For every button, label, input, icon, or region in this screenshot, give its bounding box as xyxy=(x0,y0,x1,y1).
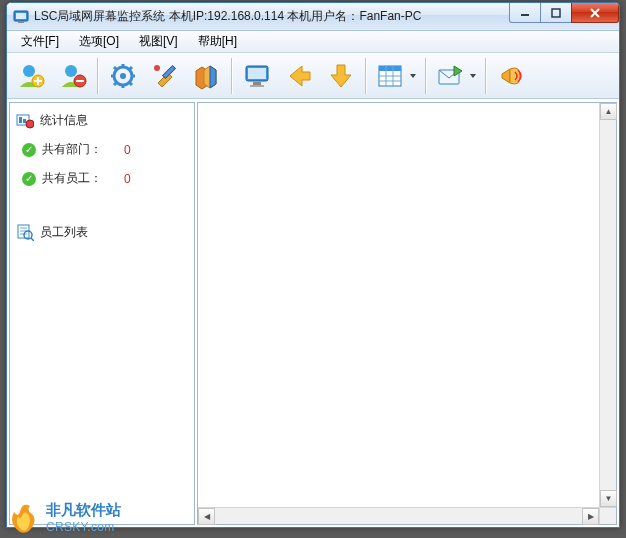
stat-dept-value: 0 xyxy=(124,143,131,157)
sidebar: 统计信息 ✓ 共有部门： 0 ✓ 共有员工： 0 xyxy=(9,102,195,525)
svg-rect-15 xyxy=(253,82,261,85)
content-area: 统计信息 ✓ 共有部门： 0 ✓ 共有员工： 0 xyxy=(7,99,619,527)
stat-dept-label: 共有部门： xyxy=(42,141,102,158)
horizontal-scrollbar[interactable]: ◀ ▶ xyxy=(198,507,599,524)
toolbar-separator xyxy=(231,58,233,94)
menu-options[interactable]: 选项[O] xyxy=(69,31,129,52)
window-title: LSC局域网屏幕监控系统 本机IP:192.168.0.114 本机用户名：Fa… xyxy=(34,8,421,25)
scroll-up-button[interactable]: ▲ xyxy=(600,103,617,120)
monitor-button[interactable] xyxy=(237,56,277,96)
menu-view[interactable]: 视图[V] xyxy=(129,31,188,52)
svg-rect-3 xyxy=(521,14,529,16)
announce-button[interactable] xyxy=(491,56,531,96)
settings-button[interactable] xyxy=(103,56,143,96)
stats-heading: 统计信息 xyxy=(16,107,188,135)
toolbar-separator xyxy=(365,58,367,94)
stat-emp-label: 共有员工： xyxy=(42,170,102,187)
tools-button[interactable] xyxy=(145,56,185,96)
scroll-down-button[interactable]: ▼ xyxy=(600,490,617,507)
main-pane: ▲ ▼ ◀ ▶ xyxy=(197,102,617,525)
grid-view-button[interactable] xyxy=(371,56,421,96)
stat-employees: ✓ 共有员工： 0 xyxy=(16,164,188,193)
svg-rect-18 xyxy=(379,66,401,71)
toolbar-separator xyxy=(425,58,427,94)
stat-departments: ✓ 共有部门： 0 xyxy=(16,135,188,164)
svg-rect-1 xyxy=(16,13,26,19)
menu-file[interactable]: 文件[F] xyxy=(11,31,69,52)
remove-user-button[interactable] xyxy=(53,56,93,96)
employee-list-label: 员工列表 xyxy=(40,224,88,241)
toolbar-separator xyxy=(485,58,487,94)
back-button[interactable] xyxy=(279,56,319,96)
add-user-button[interactable] xyxy=(11,56,51,96)
search-list-icon xyxy=(16,223,34,241)
minimize-button[interactable] xyxy=(509,3,541,23)
svg-point-23 xyxy=(26,120,34,128)
scroll-corner xyxy=(599,507,616,524)
svg-rect-16 xyxy=(250,85,264,87)
library-button[interactable] xyxy=(187,56,227,96)
stats-heading-label: 统计信息 xyxy=(40,112,88,129)
svg-point-12 xyxy=(154,65,160,71)
window-controls xyxy=(510,3,619,23)
toolbar xyxy=(7,53,619,99)
check-icon: ✓ xyxy=(22,172,36,186)
titlebar[interactable]: LSC局域网屏幕监控系统 本机IP:192.168.0.114 本机用户名：Fa… xyxy=(7,3,619,31)
stat-emp-value: 0 xyxy=(124,172,131,186)
chevron-down-icon xyxy=(470,74,476,78)
vertical-scrollbar[interactable]: ▲ ▼ xyxy=(599,103,616,507)
svg-point-7 xyxy=(65,65,77,77)
svg-rect-2 xyxy=(18,21,24,23)
maximize-button[interactable] xyxy=(540,3,572,23)
menubar: 文件[F] 选项[O] 视图[V] 帮助[H] xyxy=(7,31,619,53)
send-button[interactable] xyxy=(431,56,481,96)
employee-list-heading: 员工列表 xyxy=(16,219,188,247)
svg-rect-22 xyxy=(23,119,26,123)
check-icon: ✓ xyxy=(22,143,36,157)
menu-help[interactable]: 帮助[H] xyxy=(188,31,247,52)
scroll-left-button[interactable]: ◀ xyxy=(198,508,215,525)
app-window: LSC局域网屏幕监控系统 本机IP:192.168.0.114 本机用户名：Fa… xyxy=(6,2,620,528)
scroll-right-button[interactable]: ▶ xyxy=(582,508,599,525)
chevron-down-icon xyxy=(410,74,416,78)
toolbar-separator xyxy=(97,58,99,94)
close-button[interactable] xyxy=(571,3,619,23)
download-button[interactable] xyxy=(321,56,361,96)
svg-rect-21 xyxy=(19,117,22,123)
svg-rect-4 xyxy=(552,9,560,17)
app-icon xyxy=(13,9,29,25)
svg-rect-14 xyxy=(248,68,266,79)
stats-icon xyxy=(16,111,34,129)
svg-point-10 xyxy=(120,73,126,79)
svg-point-5 xyxy=(23,65,35,77)
